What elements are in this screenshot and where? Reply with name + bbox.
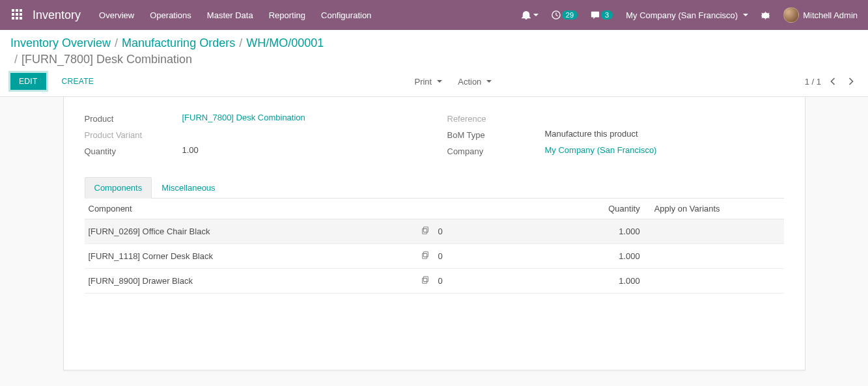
svg-rect-7 (16, 17, 18, 20)
svg-rect-14 (423, 278, 427, 283)
value-company[interactable]: My Company (San Francisco) (545, 145, 784, 155)
username-label: Mitchell Admin (803, 10, 858, 20)
svg-rect-11 (424, 227, 428, 232)
col-apply-variants: Apply on Variants (644, 199, 784, 219)
menu-overview[interactable]: Overview (91, 1, 142, 29)
systray: 29 3 My Company (San Francisco) Mitchell… (516, 3, 863, 27)
copy-icon[interactable] (421, 251, 430, 262)
notification-bell[interactable] (516, 7, 544, 23)
breadcrumb-current: [FURN_7800] Desk Combination (21, 53, 192, 66)
value-bom-type: Manufacture this product (545, 129, 784, 139)
company-name-label: My Company (San Francisco) (626, 10, 738, 20)
value-quantity: 1.00 (182, 145, 421, 155)
cell-component: [FURN_8900] Drawer Black (85, 269, 378, 294)
cell-extra: 0 (434, 269, 559, 294)
tab-components[interactable]: Components (85, 177, 152, 199)
form-sheet-bg: Product [FURN_7800] Desk Combination Pro… (0, 97, 868, 386)
control-panel: Inventory Overview / Manufacturing Order… (0, 30, 868, 97)
col-extra (434, 199, 559, 219)
breadcrumb-mo-number[interactable]: WH/MO/00001 (246, 36, 324, 50)
label-company: Company (447, 145, 545, 156)
label-bom-type: BoM Type (447, 129, 545, 140)
cell-quantity: 1.000 (560, 219, 644, 244)
col-quantity: Quantity (560, 199, 644, 219)
cell-component: [FURN_0269] Office Chair Black (85, 219, 378, 244)
print-dropdown[interactable]: Print (414, 77, 442, 87)
cell-quantity: 1.000 (560, 244, 644, 269)
avatar (783, 7, 799, 23)
svg-rect-2 (20, 9, 22, 12)
separator: / (239, 36, 242, 50)
tab-miscellaneous[interactable]: Miscellaneous (152, 177, 225, 199)
cell-apply-variants (644, 244, 784, 269)
svg-rect-4 (16, 13, 18, 16)
svg-rect-10 (423, 228, 427, 234)
edit-button[interactable]: Edit (10, 73, 46, 90)
pager-text[interactable]: 1 / 1 (805, 77, 821, 87)
cell-apply-variants (644, 269, 784, 294)
menu-master-data[interactable]: Master Data (199, 1, 261, 29)
menu-reporting[interactable]: Reporting (261, 1, 313, 29)
caret-down-icon (743, 14, 748, 16)
label-reference: Reference (447, 113, 545, 124)
table-row[interactable]: [FURN_0269] Office Chair Black01.000 (85, 219, 784, 244)
separator: / (14, 53, 18, 66)
svg-rect-12 (423, 253, 427, 258)
debug-icon[interactable] (756, 7, 776, 23)
label-product: Product (85, 113, 182, 124)
table-row[interactable]: [FURN_1118] Corner Desk Black01.000 (85, 244, 784, 269)
messages-badge: 3 (601, 10, 613, 20)
menu-configuration[interactable]: Configuration (313, 1, 379, 29)
svg-rect-13 (424, 252, 428, 257)
app-brand[interactable]: Inventory (29, 8, 91, 22)
breadcrumb-manufacturing-orders[interactable]: Manufacturing Orders (122, 36, 235, 50)
company-switcher[interactable]: My Company (San Francisco) (621, 7, 753, 24)
tab-bar: Components Miscellaneous (85, 177, 784, 199)
action-label: Action (458, 77, 481, 87)
caret-down-icon (533, 14, 539, 16)
label-quantity: Quantity (85, 145, 182, 156)
caret-down-icon (437, 80, 442, 83)
svg-rect-8 (20, 17, 22, 20)
components-table: Component Quantity Apply on Variants [FU… (85, 199, 784, 294)
svg-rect-0 (12, 9, 14, 12)
cell-quantity: 1.000 (560, 269, 644, 294)
create-button[interactable]: Create (54, 74, 102, 89)
top-navbar: Inventory Overview Operations Master Dat… (0, 0, 868, 30)
label-product-variant: Product Variant (85, 129, 182, 140)
print-label: Print (414, 77, 432, 87)
svg-rect-5 (20, 13, 22, 16)
messages-icon[interactable]: 3 (585, 7, 618, 23)
svg-rect-6 (12, 17, 14, 20)
cell-extra: 0 (434, 219, 559, 244)
svg-rect-15 (424, 277, 428, 282)
pager-prev-icon[interactable] (826, 75, 839, 88)
table-row[interactable]: [FURN_8900] Drawer Black01.000 (85, 269, 784, 294)
col-component: Component (85, 199, 378, 219)
user-menu[interactable]: Mitchell Admin (778, 3, 863, 27)
cell-apply-variants (644, 219, 784, 244)
form-right-column: Reference BoM Type Manufacture this prod… (447, 113, 784, 161)
copy-icon[interactable] (421, 226, 430, 237)
action-dropdown[interactable]: Action (458, 77, 492, 87)
cell-extra: 0 (434, 244, 559, 269)
form-left-column: Product [FURN_7800] Desk Combination Pro… (85, 113, 421, 161)
breadcrumb-inventory-overview[interactable]: Inventory Overview (10, 36, 111, 50)
svg-rect-3 (12, 13, 14, 16)
pager-next-icon[interactable] (845, 75, 858, 88)
copy-icon[interactable] (421, 275, 430, 286)
col-copy (378, 199, 434, 219)
actions-row: Edit Create Print Action 1 / 1 (0, 69, 868, 96)
svg-rect-1 (16, 9, 18, 12)
activity-clock[interactable]: 29 (546, 7, 583, 23)
main-menu: Overview Operations Master Data Reportin… (91, 1, 379, 29)
apps-menu-icon[interactable] (5, 4, 29, 27)
activity-badge: 29 (562, 10, 578, 20)
caret-down-icon (486, 80, 492, 83)
value-product[interactable]: [FURN_7800] Desk Combination (182, 113, 421, 122)
separator: / (115, 36, 118, 50)
pager: 1 / 1 (805, 75, 858, 88)
menu-operations[interactable]: Operations (142, 1, 199, 29)
cell-component: [FURN_1118] Corner Desk Black (85, 244, 378, 269)
breadcrumb: Inventory Overview / Manufacturing Order… (0, 30, 868, 69)
